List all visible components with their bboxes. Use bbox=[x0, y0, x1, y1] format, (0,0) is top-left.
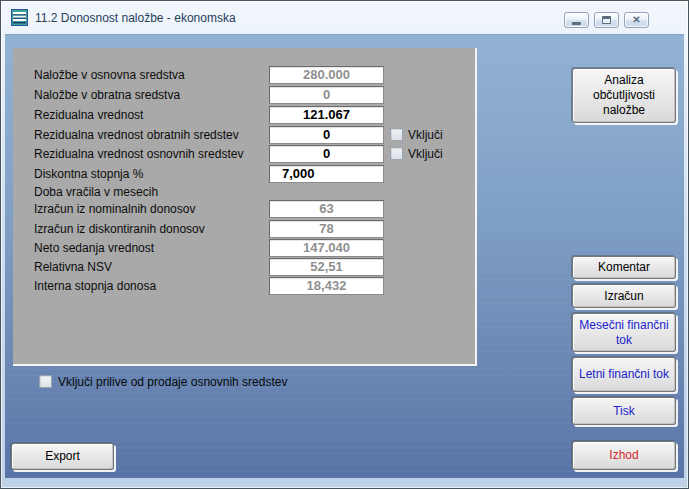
komentar-button[interactable]: Komentar bbox=[572, 256, 676, 279]
form-panel: Naložbe v osnovna sredstva 280.000 Nalož… bbox=[13, 48, 477, 366]
rezidualna-obratnih-field[interactable]: 0 bbox=[269, 126, 384, 144]
form-row: Naložbe v osnovna sredstva 280.000 bbox=[13, 66, 475, 84]
form-row: Rezidualna vrednost osnovnih sredstev 0 … bbox=[13, 145, 475, 163]
analiza-obcutljivosti-button[interactable]: Analiza občutljivosti naložbe bbox=[572, 68, 676, 123]
window-controls: ✕ bbox=[564, 12, 649, 28]
izhod-button[interactable]: Izhod bbox=[572, 441, 676, 470]
form-row: Naložbe v obratna sredstva 0 bbox=[13, 86, 475, 104]
form-row: Rezidualna vrednost 121.067 bbox=[13, 106, 475, 124]
form-row: Relativna NSV 52,51 bbox=[13, 258, 475, 276]
nalozbe-osnovna-field: 280.000 bbox=[269, 66, 384, 84]
neto-sedanja-field: 147.040 bbox=[269, 239, 384, 257]
relativna-nsv-field: 52,51 bbox=[269, 258, 384, 276]
maximize-icon bbox=[602, 16, 611, 24]
section-label: Doba vračila v mesecih bbox=[34, 185, 158, 199]
letni-financni-tok-button[interactable]: Letni finančni tok bbox=[572, 357, 676, 392]
minimize-icon bbox=[572, 22, 581, 25]
izracun-button[interactable]: Izračun bbox=[572, 284, 676, 308]
izracun-diskontiranih-field: 78 bbox=[269, 220, 384, 238]
vkljuci-prilive-label: Vključi prilive od prodaje osnovnih sred… bbox=[58, 375, 287, 389]
field-label: Neto sedanja vrednost bbox=[34, 241, 154, 255]
maximize-button[interactable] bbox=[594, 12, 619, 28]
vkljuci-prilive-checkbox[interactable] bbox=[39, 375, 52, 388]
rezidualna-vrednost-field[interactable]: 121.067 bbox=[269, 106, 384, 124]
window-title: 11.2 Donosnost naložbe - ekonomska bbox=[35, 11, 236, 25]
vkljuci-osnovnih-checkbox[interactable] bbox=[390, 147, 403, 160]
field-label: Naložbe v osnovna sredstva bbox=[34, 68, 185, 82]
form-row: Izračun iz nominalnih donosov 63 bbox=[13, 200, 475, 218]
field-label: Rezidualna vrednost bbox=[34, 108, 143, 122]
field-label: Diskontna stopnja % bbox=[34, 167, 143, 181]
checkbox-label: Vključi bbox=[408, 147, 443, 161]
app-window: 11.2 Donosnost naložbe - ekonomska ✕ Nal… bbox=[0, 0, 689, 489]
field-label: Izračun iz diskontiranih donosov bbox=[34, 222, 205, 236]
izracun-nominalnih-field: 63 bbox=[269, 200, 384, 218]
vkljuci-obratnih-checkbox[interactable] bbox=[390, 128, 403, 141]
spreadsheet-icon bbox=[11, 9, 28, 26]
form-section-heading: Doba vračila v mesecih bbox=[13, 183, 475, 201]
form-row: Izračun iz diskontiranih donosov 78 bbox=[13, 220, 475, 238]
close-button[interactable]: ✕ bbox=[624, 12, 649, 28]
diskontna-stopnja-field[interactable]: 7,000 bbox=[269, 165, 384, 183]
interna-stopnja-field: 18,432 bbox=[269, 277, 384, 295]
tisk-button[interactable]: Tisk bbox=[572, 397, 676, 425]
mesecni-financni-tok-button[interactable]: Mesečni finančni tok bbox=[572, 313, 676, 352]
nalozbe-obratna-field: 0 bbox=[269, 86, 384, 104]
close-icon: ✕ bbox=[632, 15, 640, 25]
field-label: Rezidualna vrednost osnovnih sredstev bbox=[34, 147, 243, 161]
field-label: Izračun iz nominalnih donosov bbox=[34, 202, 195, 216]
rezidualna-osnovnih-field[interactable]: 0 bbox=[269, 145, 384, 163]
form-row: Interna stopnja donosa 18,432 bbox=[13, 277, 475, 295]
form-row: Rezidualna vrednost obratnih sredstev 0 … bbox=[13, 126, 475, 144]
minimize-button[interactable] bbox=[564, 12, 589, 28]
field-label: Interna stopnja donosa bbox=[34, 279, 156, 293]
checkbox-label: Vključi bbox=[408, 128, 443, 142]
form-row: Neto sedanja vrednost 147.040 bbox=[13, 239, 475, 257]
field-label: Relativna NSV bbox=[34, 260, 112, 274]
form-row: Diskontna stopnja % 7,000 bbox=[13, 165, 475, 183]
field-label: Naložbe v obratna sredstva bbox=[34, 88, 180, 102]
field-label: Rezidualna vrednost obratnih sredstev bbox=[34, 128, 239, 142]
export-button[interactable]: Export bbox=[11, 443, 114, 470]
